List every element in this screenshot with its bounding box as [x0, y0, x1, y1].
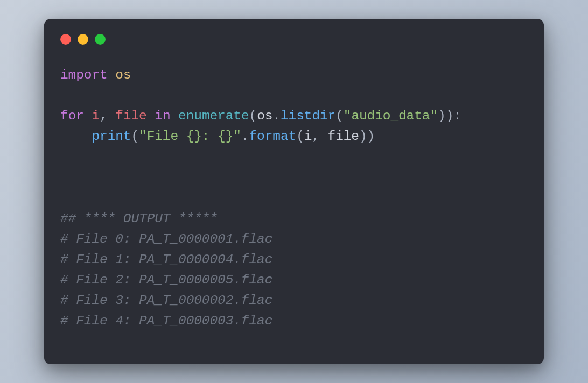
indent [60, 129, 92, 144]
fn-enumerate: enumerate [178, 109, 249, 123]
keyword-in: in [155, 109, 170, 123]
code-block: import os for i, file in enumerate(os.li… [60, 65, 528, 331]
fn-format: format [249, 129, 297, 144]
maximize-icon[interactable] [95, 34, 106, 45]
output-line: # File 4: PA_T_0000003.flac [60, 314, 272, 328]
var-file: file [115, 109, 146, 123]
comma: , [312, 129, 327, 144]
arg-file: file [328, 129, 359, 144]
spacer [60, 147, 528, 209]
format-string: "File {}: {}" [139, 129, 241, 144]
fn-print: print [92, 129, 131, 144]
var-i: i [92, 109, 100, 123]
paren-open-2: ( [296, 129, 304, 144]
blank-line [60, 86, 528, 106]
arg-i: i [304, 129, 312, 144]
minimize-icon[interactable] [78, 34, 88, 45]
string-arg: "audio_data" [344, 109, 438, 123]
fn-listdir: listdir [281, 109, 335, 123]
dot: . [241, 129, 249, 144]
output-line: # File 3: PA_T_0000002.flac [60, 293, 272, 308]
output-header: ## **** OUTPUT ***** [60, 211, 218, 226]
keyword-for: for [60, 109, 84, 123]
output-line: # File 1: PA_T_0000004.flac [60, 252, 272, 267]
code-window: import os for i, file in enumerate(os.li… [44, 19, 544, 364]
comma: , [100, 109, 115, 123]
paren-open: ( [249, 109, 257, 123]
close-parens: )): [438, 109, 461, 123]
paren-open-2: ( [335, 109, 344, 123]
os-ref: os [257, 109, 272, 123]
dot: . [272, 109, 281, 123]
paren-open: ( [131, 129, 139, 144]
module-name: os [115, 68, 131, 82]
output-line: # File 2: PA_T_0000005.flac [60, 273, 272, 287]
keyword-import: import [60, 68, 108, 82]
output-line: # File 0: PA_T_0000001.flac [60, 232, 272, 246]
traffic-lights [60, 34, 528, 45]
close-icon[interactable] [60, 34, 71, 45]
close-parens: )) [359, 129, 375, 144]
